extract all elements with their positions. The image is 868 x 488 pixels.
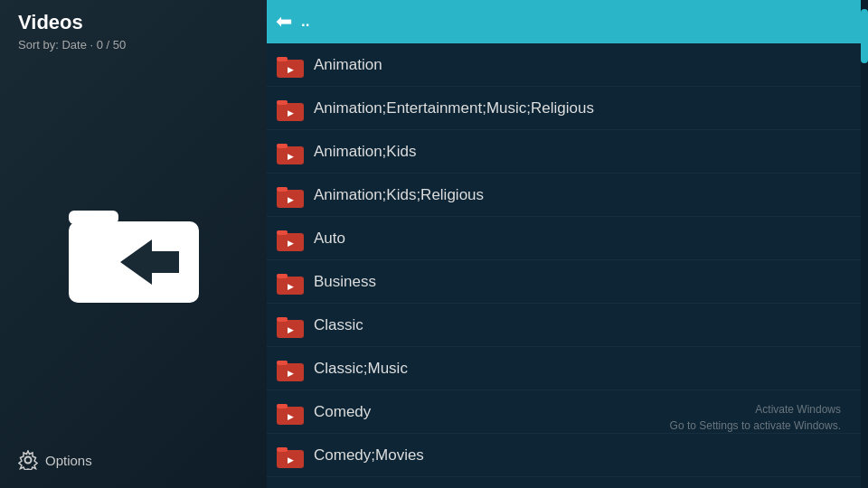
item-folder-icon: ▶ [276, 224, 305, 253]
right-panel: ⬅ .. ▶ Animation ▶ Animation;Entertainme… [267, 0, 868, 488]
back-item-label: .. [301, 13, 309, 31]
item-label-9: Comedy;Movies [314, 446, 424, 465]
list-item[interactable]: ▶ Comedy [267, 390, 868, 434]
svg-rect-29 [277, 404, 288, 408]
item-label-5: Business [314, 273, 376, 291]
svg-rect-8 [277, 100, 288, 105]
list-item[interactable]: ▶ Animation;Kids;Religious [267, 174, 868, 217]
item-folder-icon: ▶ [276, 51, 305, 80]
svg-text:▶: ▶ [288, 412, 294, 421]
item-label-7: Classic;Music [314, 360, 408, 378]
svg-rect-11 [277, 144, 288, 148]
list-item[interactable]: ▶ Cooking [267, 477, 868, 488]
svg-text:▶: ▶ [288, 325, 294, 334]
list-item[interactable]: ▶ Classic;Music [267, 347, 868, 390]
scrollbar[interactable] [861, 0, 868, 488]
item-folder-icon: ▶ [276, 484, 305, 489]
folder-icon-container [18, 52, 249, 450]
list-item[interactable]: ▶ Animation [267, 43, 868, 87]
item-folder-icon: ▶ [276, 181, 305, 210]
svg-rect-26 [277, 361, 288, 365]
svg-rect-32 [277, 447, 288, 452]
item-label-2: Animation;Kids [314, 143, 416, 161]
options-label: Options [45, 453, 92, 468]
list-item[interactable]: ▶ Animation;Kids [267, 130, 868, 174]
item-folder-icon: ▶ [276, 267, 305, 296]
list-item[interactable]: ▶ Classic [267, 304, 868, 347]
svg-text:▶: ▶ [288, 239, 294, 248]
list-item[interactable]: ▶ Business [267, 260, 868, 304]
item-label-1: Animation;Entertainment;Music;Religious [314, 99, 594, 117]
item-label-6: Classic [314, 316, 363, 334]
svg-text:▶: ▶ [288, 369, 294, 378]
list-item[interactable]: ▶ Comedy;Movies [267, 434, 868, 477]
svg-point-3 [25, 457, 32, 464]
item-label-3: Animation;Kids;Religious [314, 186, 484, 204]
svg-rect-5 [277, 57, 288, 61]
back-list-item[interactable]: ⬅ .. [267, 0, 868, 43]
item-label-8: Comedy [314, 403, 371, 421]
options-bar[interactable]: Options [18, 450, 92, 477]
item-folder-icon: ▶ [276, 441, 305, 470]
list-item[interactable]: ▶ Animation;Entertainment;Music;Religiou… [267, 87, 868, 130]
header-section: Videos Sort by: Date · 0 / 50 [18, 11, 249, 52]
svg-text:▶: ▶ [288, 195, 294, 204]
item-label-0: Animation [314, 56, 382, 74]
app-title: Videos [18, 11, 249, 34]
scrollbar-thumb[interactable] [861, 9, 868, 63]
svg-rect-23 [277, 317, 288, 322]
svg-rect-14 [277, 187, 288, 192]
item-label-4: Auto [314, 230, 345, 248]
svg-text:▶: ▶ [288, 108, 294, 117]
item-folder-icon: ▶ [276, 398, 305, 427]
item-folder-icon: ▶ [276, 94, 305, 123]
svg-text:▶: ▶ [288, 282, 294, 291]
svg-rect-17 [277, 230, 288, 235]
back-arrow-icon: ⬅ [276, 10, 292, 33]
svg-text:▶: ▶ [288, 455, 294, 465]
svg-text:▶: ▶ [288, 152, 294, 161]
item-folder-icon: ▶ [276, 311, 305, 340]
list-item[interactable]: ▶ Auto [267, 217, 868, 260]
sort-info: Sort by: Date · 0 / 50 [18, 38, 249, 52]
settings-icon [18, 450, 38, 470]
item-folder-icon: ▶ [276, 137, 305, 166]
left-panel: Videos Sort by: Date · 0 / 50 Options [0, 0, 267, 488]
back-folder-icon [61, 192, 206, 310]
svg-text:▶: ▶ [288, 65, 294, 74]
svg-rect-20 [277, 274, 288, 278]
item-folder-icon: ▶ [276, 354, 305, 383]
